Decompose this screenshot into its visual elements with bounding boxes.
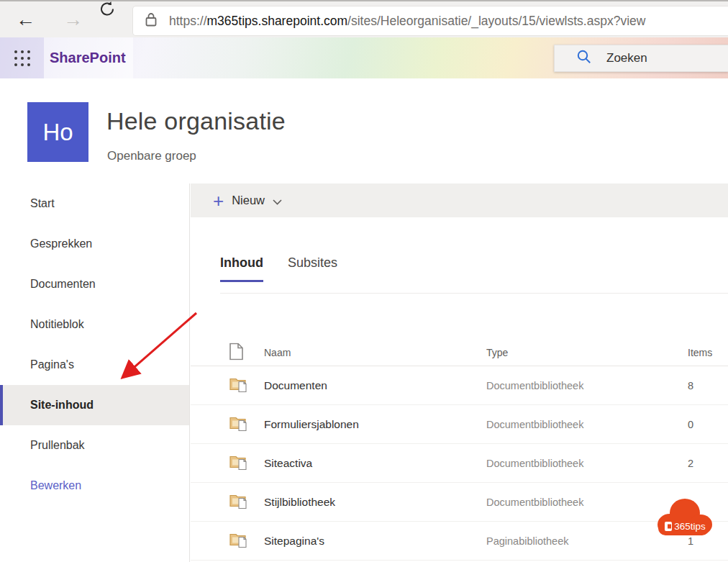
chevron-down-icon[interactable] bbox=[273, 195, 282, 208]
content-area: Start Gesprekken Documenten Notitieblok … bbox=[0, 183, 728, 562]
table-row[interactable]: Stijlbibliotheek Documentbibliotheek bbox=[191, 483, 728, 522]
url-scheme: https:// bbox=[169, 14, 207, 28]
back-icon[interactable]: ← bbox=[16, 10, 35, 30]
row-type: Documentbibliotheek bbox=[486, 497, 583, 508]
site-avatar[interactable]: Ho bbox=[27, 102, 88, 162]
command-bar: + Nieuw bbox=[191, 183, 728, 217]
tab-strip: Inhoud Subsites bbox=[220, 255, 337, 282]
table-row[interactable]: Sitepagina's Paginabibliotheek 1 bbox=[191, 522, 728, 561]
refresh-icon[interactable] bbox=[98, 0, 117, 22]
row-items: 8 bbox=[688, 380, 693, 391]
sidebar-item-prullenbak[interactable]: Prullenbak bbox=[0, 425, 189, 466]
library-icon bbox=[229, 453, 249, 473]
new-button[interactable]: Nieuw bbox=[232, 194, 265, 207]
tabs-divider bbox=[220, 293, 728, 294]
plus-icon: + bbox=[213, 191, 224, 210]
sidebar-nav: Start Gesprekken Documenten Notitieblok … bbox=[0, 183, 190, 562]
row-name[interactable]: Documenten bbox=[264, 379, 327, 392]
search-input[interactable]: Zoeken bbox=[554, 45, 728, 72]
row-name[interactable]: Formuliersjablonen bbox=[264, 418, 359, 431]
library-icon bbox=[229, 492, 249, 512]
table-row[interactable]: Formuliersjablonen Documentbibliotheek 0 bbox=[191, 405, 728, 444]
table-header: Naam Type Items bbox=[191, 340, 728, 366]
column-header-items[interactable]: Items bbox=[688, 347, 712, 358]
site-header: Ho Hele organisatie Openbare groep bbox=[0, 78, 728, 183]
row-type: Documentbibliotheek bbox=[486, 380, 583, 391]
badge-label: 365tips bbox=[674, 521, 706, 532]
row-type: Documentbibliotheek bbox=[486, 419, 583, 430]
library-icon bbox=[229, 376, 249, 395]
site-title: Hele organisatie bbox=[106, 107, 286, 135]
search-label: Zoeken bbox=[606, 51, 647, 65]
tab-subsites[interactable]: Subsites bbox=[288, 255, 337, 282]
site-contents-table: Naam Type Items Documenten Docume bbox=[191, 340, 728, 562]
forward-icon[interactable]: → bbox=[63, 10, 83, 30]
browser-toolbar: ← → https://m365tips.sharepoint.com/site… bbox=[0, 0, 728, 37]
main-panel: + Nieuw Inhoud Subsites bbox=[191, 183, 728, 562]
office-icon bbox=[665, 522, 672, 531]
library-icon bbox=[229, 414, 249, 434]
row-items: 0 bbox=[688, 419, 693, 430]
sidebar-item-notitieblok[interactable]: Notitieblok bbox=[0, 304, 189, 345]
brand-plate: SharePoint bbox=[44, 37, 133, 78]
search-icon bbox=[576, 49, 592, 68]
365tips-logo: 365tips bbox=[650, 495, 716, 543]
sidebar-item-gesprekken[interactable]: Gesprekken bbox=[0, 224, 189, 264]
sidebar-item-start[interactable]: Start bbox=[0, 183, 189, 224]
document-icon bbox=[229, 343, 243, 363]
waffle-icon bbox=[14, 50, 30, 66]
app-launcher-button[interactable] bbox=[0, 37, 44, 78]
library-icon bbox=[229, 531, 249, 550]
lock-icon bbox=[145, 12, 158, 30]
sharepoint-logo[interactable]: SharePoint bbox=[44, 50, 126, 66]
sidebar-item-site-inhoud[interactable]: Site-inhoud bbox=[0, 385, 189, 425]
sidebar-item-bewerken[interactable]: Bewerken bbox=[0, 466, 189, 506]
url-domain: m365tips.sharepoint.com bbox=[207, 14, 348, 28]
tab-inhoud[interactable]: Inhoud bbox=[220, 255, 263, 282]
site-subtitle: Openbare groep bbox=[107, 149, 196, 163]
row-type: Paginabibliotheek bbox=[486, 535, 568, 547]
row-type: Documentbibliotheek bbox=[486, 458, 583, 469]
row-items: 2 bbox=[688, 458, 693, 469]
page: ← → https://m365tips.sharepoint.com/site… bbox=[0, 0, 728, 562]
url-text: https://m365tips.sharepoint.com/sites/He… bbox=[169, 14, 645, 29]
row-name[interactable]: Stijlbibliotheek bbox=[264, 496, 335, 509]
suite-bar: SharePoint Zoeken bbox=[0, 37, 728, 78]
table-row[interactable]: Siteactiva Documentbibliotheek 2 bbox=[191, 444, 728, 483]
sidebar-item-documenten[interactable]: Documenten bbox=[0, 264, 189, 304]
column-header-naam[interactable]: Naam bbox=[264, 347, 291, 358]
address-bar[interactable]: https://m365tips.sharepoint.com/sites/He… bbox=[133, 6, 728, 35]
url-path: /sites/Heleorganisatie/_layouts/15/viewl… bbox=[347, 14, 645, 28]
row-name[interactable]: Siteactiva bbox=[264, 457, 312, 470]
sidebar-item-paginas[interactable]: Pagina's bbox=[0, 345, 189, 385]
column-header-type[interactable]: Type bbox=[486, 347, 508, 358]
table-row[interactable]: Documenten Documentbibliotheek 8 bbox=[191, 366, 728, 405]
row-name[interactable]: Sitepagina's bbox=[264, 535, 324, 548]
